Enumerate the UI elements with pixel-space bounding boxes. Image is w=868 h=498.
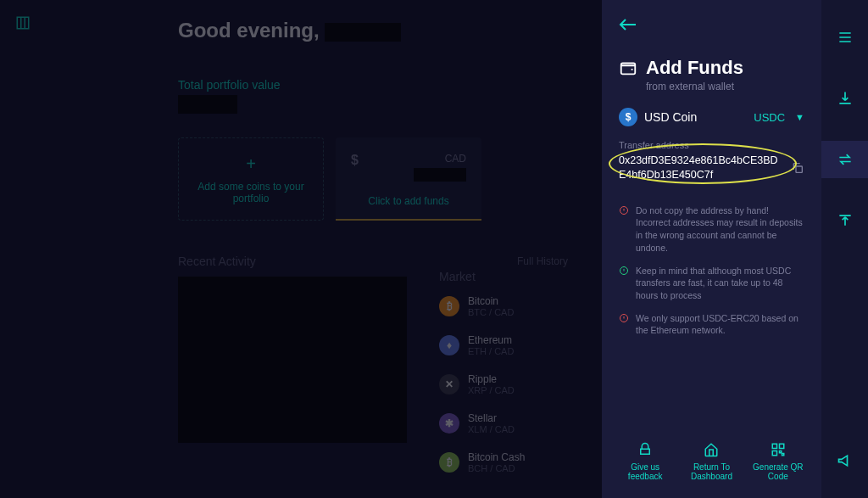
generate-qr-button[interactable]: Generate QR Code: [748, 442, 808, 481]
coin-name: Bitcoin Cash: [468, 451, 525, 463]
coin-selector[interactable]: $ USD Coin USDC ▼: [619, 108, 804, 126]
svg-rect-7: [779, 444, 783, 448]
coin-icon: ♦: [439, 335, 459, 355]
note-text: Keep in mind that although most USDC tra…: [636, 265, 804, 302]
plus-icon: +: [246, 154, 256, 174]
market-coin[interactable]: ♦ Ethereum ETH / CAD: [439, 334, 592, 356]
wallet-icon: [619, 59, 637, 77]
panel-title: Add Funds: [646, 57, 743, 79]
note: Do not copy the address by hand! Incorre…: [619, 204, 804, 255]
menu-icon[interactable]: [821, 19, 868, 56]
funds-balance-redacted: [414, 168, 466, 182]
coin-icon: ✱: [439, 413, 459, 434]
announce-icon[interactable]: [821, 442, 868, 479]
usdc-icon: $: [619, 108, 637, 126]
info-icon: [619, 313, 629, 323]
add-funds-panel: Add Funds from external wallet $ USD Coi…: [602, 0, 821, 498]
activity-title: Recent Activity: [178, 255, 256, 268]
market-coin[interactable]: ₿ Bitcoin Cash BCH / CAD: [439, 451, 592, 473]
info-icon: [619, 205, 629, 215]
funds-currency: CAD: [445, 153, 466, 165]
note: Keep in mind that although most USDC tra…: [619, 265, 804, 302]
note-text: We only support USDC-ERC20 based on the …: [636, 312, 804, 337]
deposit-icon[interactable]: [821, 80, 868, 117]
add-funds-link[interactable]: Click to add funds: [336, 195, 481, 207]
notes-list: Do not copy the address by hand! Incorre…: [619, 204, 804, 337]
svg-rect-6: [772, 444, 776, 448]
coin-name: Ethereum: [468, 334, 514, 346]
transfer-address[interactable]: 0x23dfD3E9324e861Bc4bCE3BDE4bf6Db13E450C…: [619, 154, 784, 182]
address-label: Transfer address: [619, 140, 804, 150]
side-rail: [821, 0, 868, 498]
svg-rect-8: [772, 451, 776, 456]
dollar-icon: $: [351, 153, 359, 168]
return-dashboard-button[interactable]: Return To Dashboard: [682, 442, 741, 481]
note-text: Do not copy the address by hand! Incorre…: [636, 204, 804, 255]
selected-coin-symbol: USDC: [754, 111, 785, 124]
activity-body-redacted: [178, 277, 407, 443]
market-title: Market: [439, 270, 592, 283]
back-button[interactable]: [619, 17, 637, 35]
coin-pair: XRP / CAD: [468, 385, 515, 395]
copy-icon[interactable]: [791, 161, 804, 175]
coin-name: Bitcoin: [468, 295, 514, 307]
coin-pair: XLM / CAD: [468, 424, 515, 434]
coin-name: Stellar: [468, 412, 515, 424]
funds-card[interactable]: $ CAD Click to add funds: [336, 137, 481, 221]
add-coins-label: Add some coins to your portfolio: [194, 181, 308, 204]
feedback-button[interactable]: Give us feedback: [615, 442, 675, 481]
coin-name: Ripple: [468, 373, 515, 385]
full-history-link[interactable]: Full History: [517, 255, 568, 267]
portfolio-value-redacted: [178, 95, 237, 114]
coin-pair: BTC / CAD: [468, 307, 514, 317]
market-coin[interactable]: ✱ Stellar XLM / CAD: [439, 412, 592, 434]
market-section: Market ₿ Bitcoin BTC / CAD♦ Ethereum ETH…: [439, 270, 592, 490]
note: We only support USDC-ERC20 based on the …: [619, 312, 804, 337]
market-coin[interactable]: ✕ Ripple XRP / CAD: [439, 373, 592, 395]
coin-icon: ✕: [439, 374, 459, 394]
portfolio-label: Total portfolio value: [178, 78, 568, 92]
market-coin[interactable]: ₿ Bitcoin BTC / CAD: [439, 295, 592, 317]
withdraw-icon[interactable]: [821, 202, 868, 239]
panel-subtitle: from external wallet: [646, 81, 743, 92]
svg-rect-2: [796, 166, 802, 172]
selected-coin-name: USD Coin: [644, 110, 747, 124]
coin-icon: ₿: [439, 452, 459, 473]
info-icon: [619, 266, 629, 276]
add-coins-card[interactable]: + Add some coins to your portfolio: [178, 137, 324, 221]
greeting: Good evening,: [178, 19, 568, 42]
transfer-icon[interactable]: [821, 141, 868, 178]
coin-pair: ETH / CAD: [468, 346, 514, 356]
coin-icon: ₿: [439, 296, 459, 316]
coin-pair: BCH / CAD: [468, 463, 525, 473]
chevron-down-icon: ▼: [795, 112, 804, 122]
